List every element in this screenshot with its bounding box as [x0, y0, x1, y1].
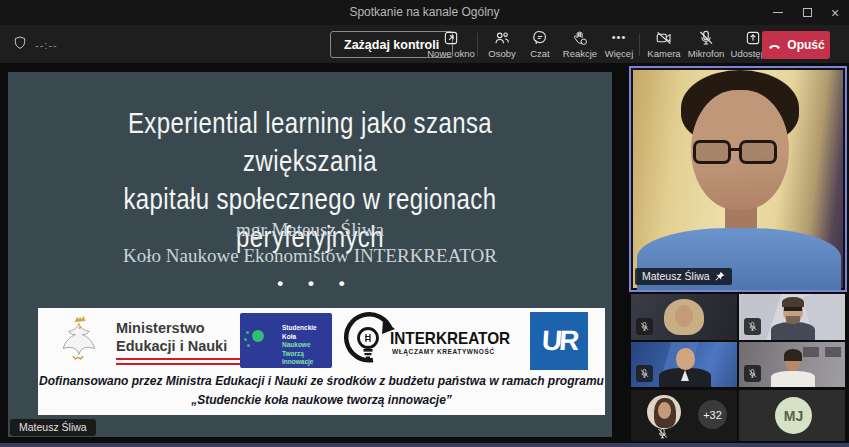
people-icon — [493, 29, 511, 47]
muted-badge — [744, 318, 761, 335]
portrait-glasses — [739, 140, 777, 164]
minimize-button[interactable] — [764, 0, 792, 25]
overflow-participants-tile: +32 — [631, 390, 737, 441]
mic-off-icon — [639, 321, 650, 332]
self-view-tile: MJ — [739, 390, 845, 441]
muted-badge — [636, 318, 653, 335]
participant-video-blonde-woman[interactable] — [631, 294, 737, 340]
pin-icon — [715, 271, 725, 281]
title-bar: Spotkanie na kanale Ogólny × — [0, 0, 849, 25]
sknti-circle-icon — [252, 330, 264, 342]
mic-off-icon — [639, 368, 650, 379]
new-window-button[interactable]: Nowe okno — [428, 29, 474, 59]
mic-off-icon — [747, 368, 758, 379]
minimize-icon — [773, 12, 783, 13]
funding-text-line2: „Studenckie koła naukowe tworzą innowacj… — [38, 393, 605, 407]
ministry-logo-text: Ministerstwo Edukacji i Nauki — [116, 319, 227, 355]
interkreator-tagline: WŁĄCZAMY KREATYWNOŚĆ — [392, 348, 495, 355]
overflow-count-badge[interactable]: +32 — [698, 400, 727, 429]
sknti-logo: Studenckie Koła Naukowe Tworzą Innowacje — [240, 313, 332, 368]
ministry-red-line — [116, 363, 244, 365]
sknti-logo-text: Studenckie Koła Naukowe Tworzą Innowacje — [282, 324, 332, 367]
muted-badge — [636, 365, 653, 382]
polish-eagle-emblem — [52, 313, 104, 365]
slide-organization: Koło Naukowe Ekonomistów INTERKREATOR — [8, 245, 612, 267]
more-ellipsis-icon: ••• — [612, 29, 627, 47]
slide-dots-separator: • • • — [14, 274, 618, 294]
security-shield-icon — [12, 35, 28, 51]
window-accent-border — [0, 443, 849, 447]
share-screen-icon — [744, 29, 762, 47]
maximize-button[interactable] — [793, 0, 821, 25]
video-name-tag: Mateusz Śliwa — [635, 268, 732, 285]
participant-video-bald-man-suit[interactable] — [631, 342, 737, 387]
muted-badge — [744, 365, 761, 382]
presenter-name-tag: Mateusz Śliwa — [10, 419, 96, 436]
phone-hangup-icon — [767, 38, 782, 53]
raised-hand-icon — [571, 29, 589, 47]
window-title: Spotkanie na kanale Ogólny — [0, 5, 849, 19]
self-avatar-initials[interactable]: MJ — [775, 397, 812, 434]
mic-off-icon — [656, 427, 669, 440]
participant-video-main[interactable]: Mateusz Śliwa — [629, 66, 847, 292]
mic-off-icon — [747, 321, 758, 332]
university-ur-logo: UR — [530, 312, 588, 370]
mic-off-icon — [697, 29, 715, 47]
participant-video-man-glasses-beard[interactable] — [739, 294, 845, 340]
chat-icon — [531, 29, 549, 47]
portrait-glasses-bridge — [731, 148, 741, 151]
camera-button[interactable]: Kamera — [643, 29, 685, 59]
maximize-icon — [803, 8, 812, 17]
slide-author: mgr Mateusz Śliwa — [8, 219, 612, 241]
ministry-red-line — [116, 358, 244, 360]
people-button[interactable]: Osoby — [482, 29, 522, 59]
leave-button[interactable]: Opuść — [762, 31, 830, 59]
close-icon: × — [831, 6, 839, 20]
teams-meeting-window: Spotkanie na kanale Ogólny × --:-- Zażąd… — [0, 0, 849, 447]
new-window-icon — [442, 29, 460, 47]
meeting-toolbar: --:-- Zażądaj kontroli Nowe okno Osoby C… — [0, 25, 849, 63]
more-button[interactable]: ••• Więcej — [600, 29, 638, 59]
camera-off-icon — [655, 29, 673, 47]
participant-video-white-sweater[interactable] — [739, 342, 845, 387]
logo-band: Ministerstwo Edukacji i Nauki Studenckie… — [38, 308, 605, 415]
meeting-timer: --:-- — [35, 39, 58, 51]
interkreator-logo-text: INTERKREATOR — [390, 329, 510, 349]
portrait-glasses — [693, 140, 731, 164]
reactions-button[interactable]: Reakcje — [558, 29, 602, 59]
toolbar-divider — [477, 33, 478, 56]
close-button[interactable]: × — [821, 0, 849, 25]
microphone-button[interactable]: Mikrofon — [683, 29, 729, 59]
toolbar-divider — [639, 33, 640, 56]
shared-screen-slide: Experiential learning jako szansa zwięks… — [8, 72, 612, 437]
participant-avatar-photo[interactable] — [647, 395, 681, 429]
chat-button[interactable]: Czat — [522, 29, 558, 59]
funding-text-line1: Dofinansowano przez Ministra Edukacji i … — [38, 374, 605, 388]
